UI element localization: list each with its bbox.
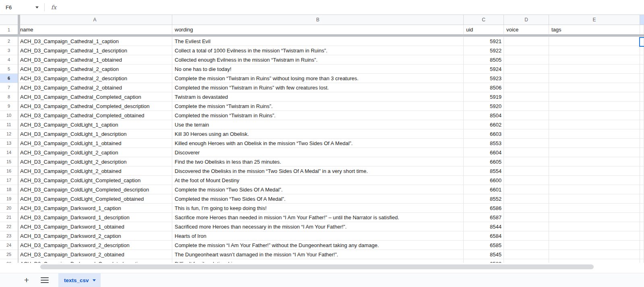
cell-wording[interactable]: Collect a total of 1000 Evilness in the … — [172, 46, 464, 55]
row-header[interactable]: 23 — [0, 231, 18, 241]
cell-tags[interactable] — [549, 231, 640, 241]
cell-tags[interactable] — [549, 37, 640, 46]
row-header[interactable]: 19 — [0, 194, 18, 204]
cell-tags[interactable] — [549, 241, 640, 250]
row-header[interactable]: 21 — [0, 213, 18, 222]
cell-uid[interactable]: 6582 — [464, 259, 504, 263]
cell-name[interactable]: ACH_D3_Campaign_ColdLight_Completed_obta… — [18, 194, 172, 204]
row-header[interactable]: 22 — [0, 222, 18, 231]
column-header-e[interactable]: E — [549, 15, 640, 25]
row-header[interactable]: 9 — [0, 102, 18, 111]
cell-wording[interactable]: Discoverer — [172, 148, 464, 157]
cell-f[interactable] — [640, 46, 644, 55]
cell-name[interactable]: ACH_D3_Campaign_Cathedral_1_obtained — [18, 55, 172, 64]
name-box[interactable]: F6 — [0, 0, 42, 15]
cell-name[interactable]: ACH_D3_Campaign_ColdLight_Completed_capt… — [18, 176, 172, 185]
cell-tags[interactable] — [549, 213, 640, 222]
cell-uid[interactable]: 8553 — [464, 139, 504, 148]
cell-uid[interactable]: 6605 — [464, 157, 504, 166]
cell-f[interactable] — [640, 83, 644, 92]
cell-voice[interactable] — [504, 222, 549, 231]
cell-uid[interactable]: 5920 — [464, 102, 504, 111]
cell-name[interactable]: ACH_D3_Campaign_Cathedral_2_caption — [18, 64, 172, 74]
cell-name[interactable]: ACH_D3_Campaign_Cathedral_1_description — [18, 46, 172, 55]
row-header[interactable]: 12 — [0, 129, 18, 139]
cell-name[interactable]: ACH_D3_Campaign_Cathedral_2_obtained — [18, 83, 172, 92]
cell-tags[interactable] — [549, 204, 640, 213]
cell-uid[interactable]: 8504 — [464, 111, 504, 120]
column-header-c[interactable]: C — [464, 15, 504, 25]
cell-name[interactable]: ACH_D3_Campaign_ColdLight_2_obtained — [18, 166, 172, 176]
cell-uid[interactable]: 5919 — [464, 92, 504, 102]
cell-uid[interactable]: 8544 — [464, 222, 504, 231]
cell-tags[interactable] — [549, 111, 640, 120]
cell-name[interactable]: ACH_D3_Campaign_Darksword_1_obtained — [18, 222, 172, 231]
cell-f-header[interactable] — [640, 25, 644, 34]
cell-name[interactable]: ACH_D3_Campaign_Darksword_2_description — [18, 241, 172, 250]
select-all-corner[interactable] — [0, 15, 18, 25]
cell-tags[interactable] — [549, 74, 640, 83]
cell-tags[interactable] — [549, 139, 640, 148]
cell-voice[interactable] — [504, 64, 549, 74]
cell-voice[interactable] — [504, 250, 549, 259]
cell-uid[interactable]: 6586 — [464, 204, 504, 213]
cell-name[interactable]: ACH_D3_Campaign_Cathedral_2_description — [18, 74, 172, 83]
cell-f[interactable] — [640, 176, 644, 185]
cell-voice[interactable] — [504, 55, 549, 64]
cell-f[interactable] — [640, 222, 644, 231]
row-header[interactable]: 24 — [0, 241, 18, 250]
row-header[interactable]: 26 — [0, 259, 18, 263]
cell-uid[interactable]: 6601 — [464, 185, 504, 194]
sheet-tab-dropdown-icon[interactable] — [93, 279, 96, 281]
cell-wording[interactable]: Killed enough Heroes with an Obelisk in … — [172, 139, 464, 148]
cell-wording[interactable]: The Evilest Evil — [172, 37, 464, 46]
cell-wording[interactable]: Discovered the Obelisks in the mission “… — [172, 166, 464, 176]
cell-wording[interactable]: Completed the mission “Twistram in Ruins… — [172, 83, 464, 92]
cell-tags[interactable] — [549, 92, 640, 102]
cell-f[interactable] — [640, 241, 644, 250]
cell-wording[interactable]: Sacrifice more Heroes than needed in mis… — [172, 213, 464, 222]
cell-wording[interactable]: Hearts of Iron — [172, 231, 464, 241]
column-header-f-selected[interactable] — [640, 15, 644, 25]
cell-f[interactable] — [640, 194, 644, 204]
cell-tags[interactable] — [549, 250, 640, 259]
row-header[interactable]: 2 — [0, 37, 18, 46]
cell-wording[interactable]: This is fun, I’m going to keep doing thi… — [172, 204, 464, 213]
cell-wording[interactable]: Completed the mission “Twistram in Ruins… — [172, 111, 464, 120]
cell-f[interactable] — [640, 185, 644, 194]
cell-tags[interactable] — [549, 176, 640, 185]
cell-wording[interactable]: The Dungeonheart wasn’t damaged in the m… — [172, 250, 464, 259]
cell-voice[interactable] — [504, 102, 549, 111]
row-header[interactable]: 13 — [0, 139, 18, 148]
cell-uid[interactable]: 6604 — [464, 148, 504, 157]
cell-voice[interactable] — [504, 139, 549, 148]
cell-uid[interactable]: 5923 — [464, 74, 504, 83]
cell-tags[interactable] — [549, 157, 640, 166]
cell-wording[interactable]: Find the two Obelisks in less than 25 mi… — [172, 157, 464, 166]
cell-name[interactable]: ACH_D3_Campaign_Cathedral_Completed_obta… — [18, 111, 172, 120]
cell-name[interactable]: ACH_D3_Campaign_Darksword_Completed_capt… — [18, 259, 172, 263]
cell-wording[interactable]: Complete the mission “I Am Your Father!”… — [172, 241, 464, 250]
cell-name[interactable]: ACH_D3_Campaign_Darksword_2_obtained — [18, 250, 172, 259]
cell-uid[interactable]: 5922 — [464, 46, 504, 55]
cell-name[interactable]: ACH_D3_Campaign_ColdLight_1_description — [18, 129, 172, 139]
cell-f[interactable] — [640, 213, 644, 222]
cell-f[interactable] — [640, 120, 644, 129]
cell-uid[interactable]: 6602 — [464, 120, 504, 129]
cell-voice[interactable] — [504, 46, 549, 55]
cell-uid[interactable]: 8505 — [464, 55, 504, 64]
cell-name-header[interactable]: name — [18, 25, 172, 34]
cell-voice[interactable] — [504, 37, 549, 46]
cell-name[interactable]: ACH_D3_Campaign_Darksword_1_description — [18, 213, 172, 222]
horizontal-scrollbar-thumb[interactable] — [40, 264, 594, 269]
cell-voice[interactable] — [504, 92, 549, 102]
horizontal-scrollbar-track[interactable] — [0, 263, 644, 273]
cell-wording[interactable]: Collected enough Evilness in the mission… — [172, 55, 464, 64]
cell-voice[interactable] — [504, 157, 549, 166]
cell-uid[interactable]: 8506 — [464, 83, 504, 92]
cell-tags[interactable] — [549, 64, 640, 74]
cell-wording[interactable]: Completed the mission “Two Sides Of A Me… — [172, 194, 464, 204]
cell-tags[interactable] — [549, 102, 640, 111]
cell-f[interactable] — [640, 92, 644, 102]
row-header[interactable]: 14 — [0, 148, 18, 157]
